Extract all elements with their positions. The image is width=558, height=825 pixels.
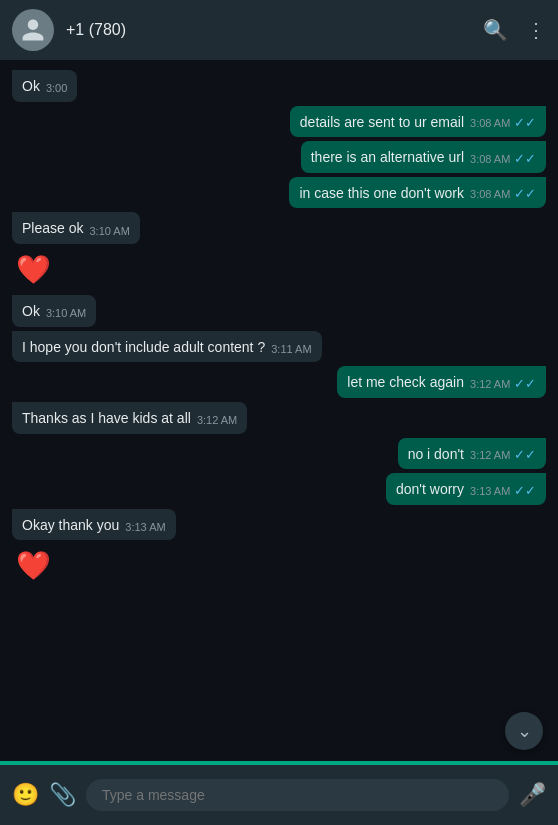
- read-ticks: ✓✓: [510, 151, 536, 166]
- read-ticks: ✓✓: [510, 483, 536, 498]
- message-bubble: there is an alternative url3:08 AM ✓✓: [301, 141, 546, 173]
- emoji-icon[interactable]: 🙂: [12, 782, 39, 808]
- message-bubble: Okay thank you3:13 AM: [12, 509, 176, 541]
- attach-icon[interactable]: 📎: [49, 782, 76, 808]
- message-time: 3:08 AM ✓✓: [470, 114, 536, 132]
- message-text: Okay thank you: [22, 517, 119, 533]
- message-time: 3:10 AM: [89, 224, 129, 239]
- message-time: 3:12 AM: [197, 413, 237, 428]
- message-text: details are sent to ur email: [300, 114, 464, 130]
- message-bubble: I hope you don't include adult content ?…: [12, 331, 322, 363]
- message-text: I hope you don't include adult content ?: [22, 339, 265, 355]
- message-row: details are sent to ur email3:08 AM ✓✓: [12, 106, 546, 138]
- message-time: 3:11 AM: [271, 342, 311, 357]
- message-text: no i don't: [408, 446, 464, 462]
- message-bubble: no i don't3:12 AM ✓✓: [398, 438, 546, 470]
- input-bar: 🙂 📎 🎤: [0, 765, 558, 825]
- message-row: in case this one don't work3:08 AM ✓✓: [12, 177, 546, 209]
- chat-messages: Ok3:00details are sent to ur email3:08 A…: [0, 60, 558, 765]
- message-row: Okay thank you3:13 AM: [12, 509, 546, 541]
- message-time: 3:13 AM ✓✓: [470, 482, 536, 500]
- message-input[interactable]: [86, 779, 509, 811]
- message-row: don't worry3:13 AM ✓✓: [12, 473, 546, 505]
- message-row: let me check again3:12 AM ✓✓: [12, 366, 546, 398]
- avatar[interactable]: [12, 9, 54, 51]
- search-icon[interactable]: 🔍: [483, 18, 508, 42]
- contact-name: +1 (780): [66, 21, 471, 39]
- message-row: Thanks as I have kids at all3:12 AM: [12, 402, 546, 434]
- message-row: no i don't3:12 AM ✓✓: [12, 438, 546, 470]
- message-text: Ok: [22, 78, 40, 94]
- message-text: don't worry: [396, 481, 464, 497]
- heart-message: ❤️: [12, 248, 55, 291]
- chat-header: +1 (780) 🔍 ⋮: [0, 0, 558, 60]
- message-text: Thanks as I have kids at all: [22, 410, 191, 426]
- message-bubble: Ok3:10 AM: [12, 295, 96, 327]
- message-bubble: let me check again3:12 AM ✓✓: [337, 366, 546, 398]
- message-row: Ok3:10 AM: [12, 295, 546, 327]
- message-bubble: in case this one don't work3:08 AM ✓✓: [289, 177, 546, 209]
- message-text: there is an alternative url: [311, 149, 464, 165]
- mic-icon[interactable]: 🎤: [519, 782, 546, 808]
- heart-message: ❤️: [12, 544, 55, 587]
- message-text: in case this one don't work: [299, 185, 464, 201]
- header-actions: 🔍 ⋮: [483, 18, 546, 42]
- message-bubble: Ok3:00: [12, 70, 77, 102]
- read-ticks: ✓✓: [510, 115, 536, 130]
- message-time: 3:00: [46, 81, 67, 96]
- scroll-down-button[interactable]: ⌄: [505, 712, 543, 750]
- message-bubble: Please ok3:10 AM: [12, 212, 140, 244]
- menu-icon[interactable]: ⋮: [526, 18, 546, 42]
- message-bubble: don't worry3:13 AM ✓✓: [386, 473, 546, 505]
- message-row: Please ok3:10 AM: [12, 212, 546, 244]
- message-row: I hope you don't include adult content ?…: [12, 331, 546, 363]
- message-row: there is an alternative url3:08 AM ✓✓: [12, 141, 546, 173]
- message-time: 3:08 AM ✓✓: [470, 150, 536, 168]
- read-ticks: ✓✓: [510, 376, 536, 391]
- message-text: let me check again: [347, 374, 464, 390]
- message-bubble: Thanks as I have kids at all3:12 AM: [12, 402, 247, 434]
- message-time: 3:10 AM: [46, 306, 86, 321]
- message-bubble: details are sent to ur email3:08 AM ✓✓: [290, 106, 546, 138]
- read-ticks: ✓✓: [510, 447, 536, 462]
- message-time: 3:08 AM ✓✓: [470, 185, 536, 203]
- message-time: 3:12 AM ✓✓: [470, 446, 536, 464]
- read-ticks: ✓✓: [510, 186, 536, 201]
- message-row: Ok3:00: [12, 70, 546, 102]
- message-text: Ok: [22, 303, 40, 319]
- message-row: ❤️: [12, 544, 546, 587]
- message-time: 3:12 AM ✓✓: [470, 375, 536, 393]
- message-text: Please ok: [22, 220, 83, 236]
- message-row: ❤️: [12, 248, 546, 291]
- chevron-down-icon: ⌄: [517, 720, 532, 742]
- message-time: 3:13 AM: [125, 520, 165, 535]
